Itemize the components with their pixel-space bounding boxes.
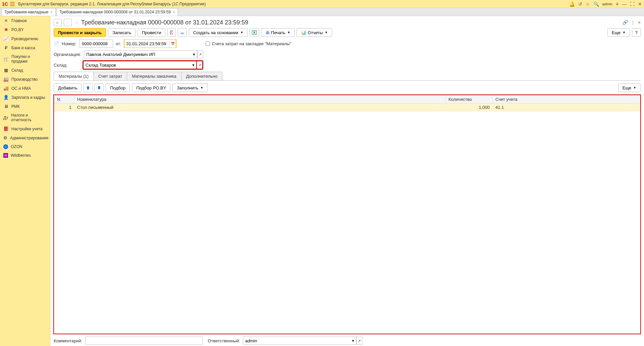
sidebar-item-label: OZON [11, 144, 22, 149]
star-icon[interactable]: ☆ [586, 1, 590, 7]
doctab-document[interactable]: Требование-накладная 0000-000008 от 31.0… [56, 8, 178, 16]
org-combo: ▼ ↗ [84, 50, 203, 58]
sidebar-item-assets[interactable]: 🚚ОС и НМА [0, 84, 50, 93]
dropdown-button[interactable]: ▼ [191, 61, 197, 69]
page-header: ← → ☆ Требование-накладная 0000-000008 о… [50, 16, 644, 28]
post-button[interactable]: Провести [138, 28, 166, 37]
sidebar-item-label: Настройки учета [11, 127, 43, 131]
settings-icon[interactable]: ≡ [616, 1, 619, 7]
create-based-button[interactable]: Создать на основании▼ [189, 28, 248, 37]
reports-button[interactable]: 📊Отчеты▼ [297, 28, 332, 37]
col-header-nomenclature[interactable]: Номенклатура [74, 95, 446, 103]
comment-input[interactable] [85, 337, 203, 345]
move-down-button[interactable]: 🡇 [95, 83, 104, 92]
sidebar-item-sales[interactable]: 🛒Покупки и продажи [0, 52, 50, 66]
search-icon[interactable]: 🔍 [593, 1, 599, 7]
dtkt-icon: ДтКт [170, 30, 173, 35]
dropdown-button[interactable]: ▼ [191, 50, 197, 58]
fill-button[interactable]: Заполнить▼ [172, 83, 208, 92]
close-page-icon[interactable]: × [638, 20, 641, 25]
table-more-button[interactable]: Еще▼ [618, 83, 641, 92]
sidebar-item-admin[interactable]: ⚙Администрирование [0, 133, 50, 142]
cart-icon: 🛒 [3, 57, 9, 62]
tab-cost[interactable]: Счет затрат [93, 72, 127, 80]
sidebar-item-settings[interactable]: 📕Настройки учета [0, 124, 50, 133]
sidebar-item-rmk[interactable]: 🖥РМК [0, 102, 50, 111]
link-icon[interactable]: 🔗 [622, 20, 628, 25]
move-up-button[interactable]: 🡅 [84, 83, 93, 92]
sidebar-item-bank[interactable]: ₽Банк и касса [0, 43, 50, 52]
org-input[interactable] [84, 50, 191, 58]
dtkt-button[interactable]: ДтКт [167, 28, 175, 37]
chart-icon: 📈 [3, 36, 9, 41]
sidebar-item-warehouse[interactable]: ▦Склад [0, 66, 50, 75]
sidebar-item-wildberries[interactable]: WWildberries [0, 151, 50, 160]
sidebar-item-hr[interactable]: 👤Зарплата и кадры [0, 93, 50, 102]
sidebar-item-main[interactable]: ≡Главное [0, 16, 50, 25]
minimize-icon[interactable]: — [622, 1, 627, 7]
dropdown-button[interactable]: ▼ [350, 337, 356, 345]
forward-button[interactable]: → [64, 19, 72, 26]
chevron-down-icon: ▼ [240, 31, 244, 34]
report-icon: 📊 [301, 30, 306, 35]
titlebar-right: 🔔 ↺ ☆ 🔍 admin ≡ — ⛶ ✕ [569, 1, 642, 7]
cost-on-materials-checkbox[interactable] [206, 42, 210, 46]
doctab-list[interactable]: Требования-накладные × [1, 8, 56, 16]
open-button[interactable]: ↗ [197, 50, 203, 58]
sidebar-item-manager[interactable]: 📈Руководителю [0, 34, 50, 43]
bell-icon[interactable]: 🔔 [569, 1, 575, 7]
history-icon[interactable]: ↺ [578, 1, 582, 7]
tab-materials[interactable]: Материалы (1) [54, 72, 94, 80]
cell-account[interactable]: 41.1 [493, 103, 640, 112]
more-vert-icon[interactable]: ⋮ [631, 20, 635, 25]
close-icon[interactable]: × [173, 10, 175, 14]
number-label: Номер: [62, 41, 77, 46]
open-button[interactable]: ↗ [197, 61, 203, 69]
pick-button[interactable]: Подбор [106, 83, 130, 92]
responsible-input[interactable] [243, 337, 350, 345]
close-window-icon[interactable]: ✕ [638, 1, 642, 7]
warehouse-input[interactable] [83, 61, 191, 69]
more-button[interactable]: Еще▼ [607, 28, 630, 37]
col-header-quantity[interactable]: Количество [446, 95, 493, 103]
col-header-account[interactable]: Счет учета [493, 95, 640, 103]
document-status-icon: 📄 [54, 41, 59, 46]
button-label: Печать [271, 30, 285, 35]
close-icon[interactable]: × [50, 10, 52, 14]
ruble-icon: ₽ [3, 45, 9, 50]
open-button[interactable]: ↗ [356, 337, 362, 345]
add-row-button[interactable]: Добавить [54, 83, 82, 92]
sidebar-item-production[interactable]: 🏭Производство [0, 75, 50, 84]
tab-customer-materials[interactable]: Материалы заказчика [127, 72, 181, 80]
tab-extra[interactable]: Дополнительно [181, 72, 223, 80]
cost-on-materials-checkbox-wrap[interactable]: Счета затрат на закладке "Материалы" [206, 41, 291, 46]
sidebar-item-label: ОС и НМА [11, 86, 31, 91]
pick-poby-button[interactable]: Подбор PO.BY [132, 83, 170, 92]
table-row[interactable]: 1 Стол письменный 1,000 41.1 [54, 103, 640, 112]
print-button[interactable]: 🖶Печать▼ [261, 28, 295, 37]
excel-button[interactable]: X [250, 28, 259, 37]
maximize-icon[interactable]: ⛶ [630, 1, 635, 7]
cell-nomenclature[interactable]: Стол письменный [74, 103, 446, 112]
logo-1c: 1C [2, 1, 8, 7]
post-and-close-button[interactable]: Провести и закрыть [54, 28, 106, 37]
sidebar-item-ozon[interactable]: OOZON [0, 142, 50, 151]
cell-quantity[interactable]: 1,000 [446, 103, 493, 112]
favorite-star-icon[interactable]: ☆ [74, 19, 79, 26]
materials-table[interactable]: N Номенклатура Количество Счет учета 1 С… [54, 95, 640, 112]
warehouse-label: Склад: [54, 63, 80, 68]
sidebar-item-poby[interactable]: ✱PO.BY [0, 25, 50, 34]
structure-button[interactable]: ⅏ [178, 28, 187, 37]
number-input[interactable] [79, 40, 113, 48]
gear-icon: ⚙ [3, 135, 7, 140]
cell-n[interactable]: 1 [54, 103, 74, 112]
menu-icon[interactable] [10, 2, 15, 6]
col-header-n[interactable]: N [54, 95, 74, 103]
help-button[interactable]: ? [632, 28, 641, 37]
sidebar-item-taxes[interactable]: ДтНалоги и отчетность [0, 111, 50, 124]
write-button[interactable]: Записать [108, 28, 136, 37]
date-input[interactable] [124, 40, 170, 48]
sidebar-item-label: Администрирование [10, 136, 48, 140]
calendar-button[interactable]: 📅 [170, 40, 176, 48]
back-button[interactable]: ← [54, 19, 62, 26]
